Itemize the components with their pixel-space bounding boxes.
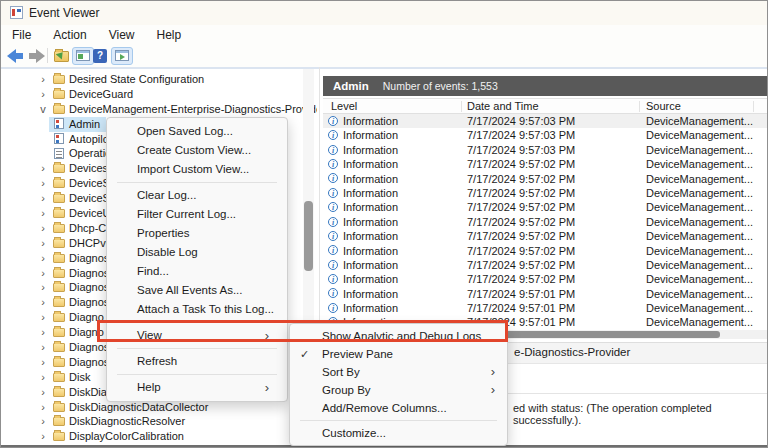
context-menu-item[interactable]: Filter Current Log... (107, 205, 287, 224)
context-menu-item[interactable]: Import Custom View... (107, 160, 287, 179)
tree-chevron-icon[interactable]: › (37, 429, 49, 444)
tree-chevron-icon[interactable]: › (37, 340, 49, 355)
show-action-pane-button[interactable] (111, 47, 133, 65)
context-menu-item[interactable]: Disable Log (107, 243, 287, 262)
event-level: Information (343, 172, 398, 186)
tree-chevron-icon[interactable]: › (37, 206, 49, 221)
event-source: DeviceManagement... (646, 143, 753, 157)
context-menu-item[interactable]: Attach a Task To this Log... (107, 300, 287, 319)
tree-chevron-icon[interactable]: › (37, 295, 49, 310)
event-row[interactable]: i Information 7/17/2024 9:57:02 PM Devic… (323, 172, 767, 186)
tree-chevron-icon[interactable]: › (37, 414, 49, 429)
event-level: Information (343, 114, 398, 128)
event-row[interactable]: i Information 7/17/2024 9:57:02 PM Devic… (323, 244, 767, 258)
tree-chevron-icon[interactable]: › (37, 191, 49, 206)
tree-chevron-icon[interactable]: v (37, 102, 49, 117)
tree-chevron-icon[interactable]: › (37, 385, 49, 400)
event-row[interactable]: i Information 7/17/2024 9:57:01 PM Devic… (323, 301, 767, 315)
view-submenu-item[interactable]: ✓ Preview Pane (290, 345, 507, 363)
tree-item[interactable]: v DeviceManagement-Enterprise-Diagnostic… (1, 102, 317, 117)
view-submenu-item[interactable]: Customize... (290, 424, 507, 442)
event-source: DeviceManagement... (646, 272, 753, 286)
context-menu-item[interactable] (107, 345, 287, 352)
event-row[interactable]: i Information 7/17/2024 9:57:02 PM Devic… (323, 157, 767, 171)
tree-chevron-icon[interactable]: › (37, 87, 49, 102)
event-source: DeviceManagement... (646, 200, 753, 214)
tree-chevron-icon[interactable]: › (37, 161, 49, 176)
tree-item-label: Disk (69, 370, 90, 385)
event-row[interactable]: i Information 7/17/2024 9:57:02 PM Devic… (323, 258, 767, 272)
tree-item-label: Diagnos (69, 355, 109, 370)
event-viewer-window: Event Viewer File Action View Help ? › D… (0, 0, 768, 448)
view-submenu-item[interactable]: Group By › (290, 381, 507, 399)
tree-item[interactable]: › DeviceGuard (1, 87, 317, 102)
context-menu-item[interactable]: Save All Events As... (107, 281, 287, 300)
event-level: Information (343, 301, 398, 315)
event-viewer-app-icon (10, 6, 23, 19)
view-submenu-item[interactable]: Sort By › (290, 363, 507, 381)
event-row[interactable]: i Information 7/17/2024 9:57:01 PM Devic… (323, 287, 767, 301)
tree-scrollbar-thumb[interactable] (304, 201, 313, 271)
tree-chevron-icon[interactable]: › (37, 221, 49, 236)
event-row[interactable]: i Information 7/17/2024 9:57:02 PM Devic… (323, 229, 767, 243)
event-row[interactable]: i Information 7/17/2024 9:57:03 PM Devic… (323, 143, 767, 157)
tree-item[interactable]: › Desired State Configuration (1, 72, 317, 87)
context-menu-item[interactable]: Properties (107, 224, 287, 243)
column-header-level[interactable]: Level (331, 100, 357, 112)
tree-chevron-icon[interactable]: › (37, 266, 49, 281)
event-row[interactable]: i Information 7/17/2024 9:57:03 PM Devic… (323, 128, 767, 142)
tree-chevron-icon[interactable]: › (37, 370, 49, 385)
help-icon[interactable]: ? (93, 49, 107, 63)
context-menu-item[interactable]: Create Custom View... (107, 141, 287, 160)
event-row[interactable]: i Information 7/17/2024 9:57:02 PM Devic… (323, 186, 767, 200)
tree-item[interactable]: › DisplayColorCalibration (1, 429, 317, 444)
menubar-item[interactable]: View (98, 28, 146, 42)
tree-chevron-icon[interactable]: › (37, 72, 49, 87)
tree-chevron-icon[interactable]: › (37, 236, 49, 251)
context-menu-item[interactable]: Find... (107, 262, 287, 281)
view-submenu-item-label: Group By (322, 384, 371, 396)
column-header-date[interactable]: Date and Time (467, 100, 539, 112)
context-menu-item[interactable]: Refresh (107, 352, 287, 371)
tree-chevron-icon[interactable]: › (37, 355, 49, 370)
tree-chevron-icon[interactable]: › (37, 280, 49, 295)
event-row[interactable]: i Information 7/17/2024 9:57:02 PM Devic… (323, 215, 767, 229)
tree-item-icon (53, 75, 65, 84)
menubar-item[interactable]: Help (146, 28, 193, 42)
back-arrow-icon[interactable] (7, 49, 25, 63)
context-menu-item[interactable]: Clear Log... (107, 186, 287, 205)
view-submenu-item[interactable] (290, 417, 507, 424)
tree-chevron-icon[interactable]: › (37, 325, 49, 340)
column-divider[interactable] (753, 101, 754, 112)
forward-arrow-icon[interactable] (27, 49, 45, 63)
menubar-item[interactable]: Action (42, 28, 97, 42)
event-datetime: 7/17/2024 9:57:02 PM (467, 272, 575, 286)
context-menu-item[interactable]: Open Saved Log... (107, 122, 287, 141)
tree-chevron-icon[interactable]: › (37, 400, 49, 415)
information-icon: i (328, 173, 338, 183)
event-row[interactable]: i Information 7/17/2024 9:57:03 PM Devic… (323, 114, 767, 128)
information-icon: i (328, 303, 338, 313)
tree-chevron-icon[interactable]: › (37, 176, 49, 191)
context-menu-item[interactable] (107, 371, 287, 378)
open-folder-icon[interactable] (54, 51, 69, 62)
column-header-source[interactable]: Source (646, 100, 681, 112)
information-icon: i (328, 145, 338, 155)
tree-chevron-icon[interactable]: › (37, 251, 49, 266)
tree-item-icon (53, 328, 65, 337)
context-menu-item[interactable] (107, 179, 287, 186)
column-divider[interactable] (461, 101, 462, 112)
event-row[interactable]: i Information 7/17/2024 9:57:02 PM Devic… (323, 200, 767, 214)
event-datetime: 7/17/2024 9:57:03 PM (467, 143, 575, 157)
information-icon: i (328, 260, 338, 270)
view-submenu-item[interactable]: Add/Remove Columns... (290, 399, 507, 417)
action-pane-window-icon (115, 50, 129, 61)
menubar-item[interactable]: File (1, 28, 42, 42)
tree-item[interactable]: › DiskDiagnosticResolver (1, 414, 317, 429)
context-menu-item[interactable]: Help › (107, 378, 287, 397)
column-divider[interactable] (639, 101, 640, 112)
tree-chevron-icon[interactable]: › (37, 310, 49, 325)
titlebar[interactable]: Event Viewer (1, 1, 767, 26)
show-console-tree-button[interactable] (72, 47, 94, 65)
event-row[interactable]: i Information 7/17/2024 9:57:02 PM Devic… (323, 272, 767, 286)
